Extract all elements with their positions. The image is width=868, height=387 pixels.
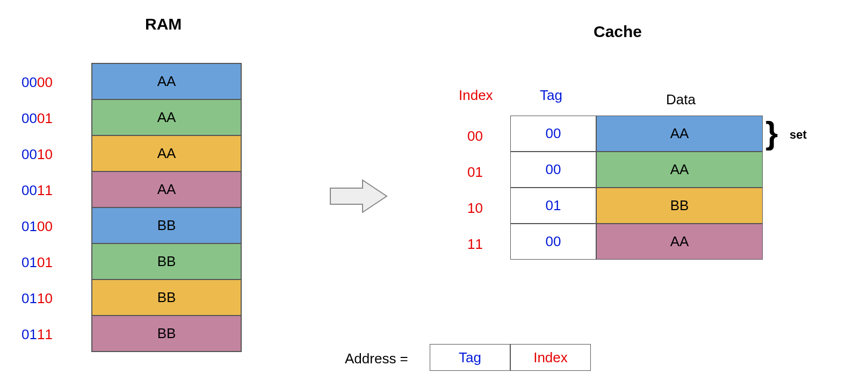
cache-index: 10 (467, 190, 483, 226)
cache-data-cell: BB (596, 188, 763, 224)
ram-address: 0110 (21, 281, 53, 317)
ram-row: AA (92, 171, 241, 207)
cache-title: Cache (594, 23, 642, 41)
ram-row: BB (92, 280, 241, 316)
address-label: Address = (345, 350, 408, 367)
addr-index: 11 (37, 182, 53, 199)
cache-tag-cell: 01 (510, 188, 596, 224)
cache-tag-cell: 00 (510, 224, 596, 260)
cache-header-index: Index (459, 87, 493, 104)
address-index-cell: Index (510, 344, 591, 371)
ram-address: 0010 (21, 137, 53, 173)
cache-data-cell: AA (596, 116, 763, 152)
cache-data-cell: AA (596, 224, 763, 260)
brace-icon: } (765, 117, 778, 149)
addr-tag: 00 (21, 110, 37, 127)
addr-index: 01 (37, 254, 53, 271)
addr-tag: 01 (21, 254, 37, 271)
ram-table: AA AA AA AA BB BB BB BB (91, 63, 242, 352)
cache-data-cell: AA (596, 152, 763, 188)
addr-index: 00 (37, 74, 53, 91)
cache-index: 11 (467, 226, 483, 262)
cache-data-column: AA AA BB AA (596, 116, 763, 260)
ram-row: AA (92, 99, 241, 135)
svg-marker-0 (330, 180, 387, 212)
cache-tag-column: 00 00 01 00 (510, 116, 596, 260)
cache-header-data: Data (666, 91, 696, 108)
cache-table: 00 00 01 00 AA AA BB AA (510, 116, 763, 260)
ram-address: 0001 (21, 101, 53, 137)
addr-index: 10 (37, 146, 53, 163)
ram-address: 0011 (21, 173, 53, 209)
addr-tag: 00 (21, 146, 37, 163)
addr-index: 11 (37, 326, 53, 343)
ram-title: RAM (145, 15, 182, 33)
ram-row: BB (92, 207, 241, 243)
ram-address: 0000 (21, 64, 53, 101)
addr-index: 00 (37, 218, 53, 235)
cache-header-tag: Tag (540, 87, 562, 104)
ram-address: 0101 (21, 245, 53, 281)
arrow-icon (328, 175, 392, 218)
addr-tag: 00 (21, 182, 37, 199)
ram-address: 0100 (21, 209, 53, 245)
addr-tag: 01 (21, 290, 37, 307)
address-tag-cell: Tag (430, 344, 510, 371)
ram-address-column: 0000 0001 0010 0011 0100 0101 0110 0111 (21, 64, 53, 353)
addr-tag: 00 (21, 74, 37, 91)
addr-tag: 01 (21, 218, 37, 235)
addr-index: 01 (37, 110, 53, 127)
ram-row: AA (92, 135, 241, 171)
cache-tag-cell: 00 (510, 152, 596, 188)
ram-row: AA (92, 63, 241, 99)
address-box: Tag Index (430, 344, 591, 371)
addr-index: 10 (37, 290, 53, 307)
ram-row: BB (92, 316, 241, 352)
cache-tag-cell: 00 (510, 116, 596, 152)
set-label: set (790, 128, 807, 142)
cache-index-column: 00 01 10 11 (467, 118, 483, 262)
addr-tag: 01 (21, 326, 37, 343)
ram-address: 0111 (21, 317, 53, 353)
cache-index: 00 (467, 118, 483, 154)
cache-index: 01 (467, 154, 483, 190)
ram-row: BB (92, 243, 241, 280)
